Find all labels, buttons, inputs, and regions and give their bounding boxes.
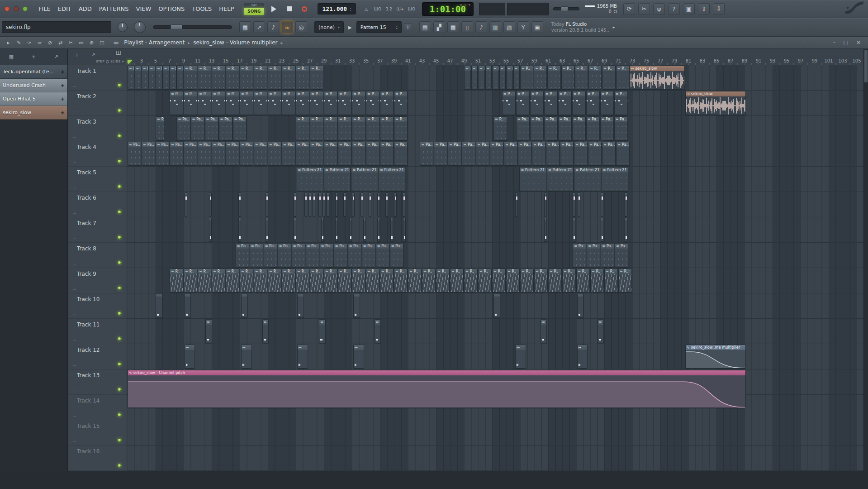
- track-led[interactable]: [118, 464, 121, 467]
- pattern-clip[interactable]: ≡ P..: [226, 66, 239, 90]
- pattern-clip[interactable]: ≡ Pa..: [268, 142, 281, 166]
- pattern-clip[interactable]: ≡ P..: [282, 66, 295, 90]
- pattern-clip[interactable]: [363, 218, 366, 242]
- piano-roll-icon[interactable]: ▯: [461, 21, 473, 33]
- pattern-clip[interactable]: [266, 192, 268, 216]
- pattern-clip[interactable]: ≡ Pa..: [573, 243, 586, 267]
- import-icon[interactable]: ⇩: [713, 3, 725, 15]
- pattern-clip[interactable]: ≡ P..: [604, 268, 618, 292]
- pattern-clip[interactable]: ↦: [515, 345, 526, 369]
- track-menu-dots[interactable]: ⋯: [72, 312, 77, 317]
- tempo-spinner[interactable]: ▴▾: [350, 7, 351, 11]
- picker-item[interactable]: Teck-openhihat (te...+: [0, 65, 67, 79]
- plugin-picker-icon[interactable]: ◎: [295, 21, 307, 33]
- pattern-clip[interactable]: [308, 192, 311, 216]
- automation-clip[interactable]: ∿ sekiro_slow..me multiplier: [685, 345, 746, 369]
- pattern-clip[interactable]: ≡ Pa..: [600, 116, 614, 140]
- pattern-clip[interactable]: ≡ Pa..: [320, 243, 333, 267]
- loop-recording-toggle[interactable]: ШО: [407, 4, 417, 14]
- wait-input-toggle[interactable]: ШО: [373, 4, 383, 14]
- pattern-clip[interactable]: ≡ Pa..: [362, 243, 375, 267]
- cut-icon[interactable]: ✂: [638, 3, 650, 15]
- pattern-clip[interactable]: [625, 218, 627, 242]
- pattern-clip[interactable]: [578, 192, 580, 216]
- pattern-clip[interactable]: ≡ P..: [586, 91, 600, 115]
- pattern-clip[interactable]: ≡: [541, 319, 547, 343]
- breadcrumb-playlist[interactable]: Playlist - Arrangement: [124, 39, 185, 46]
- pattern-clip[interactable]: ≡ Pa..: [142, 66, 148, 90]
- pattern-clip[interactable]: ≡ Pa..: [380, 142, 394, 166]
- pattern-clip[interactable]: ≡ Pa..: [376, 243, 389, 267]
- pattern-clip[interactable]: ↦: [185, 345, 195, 369]
- pattern-clip[interactable]: ≡ P..: [170, 91, 183, 115]
- pattern-clip[interactable]: ≡ P..: [212, 66, 225, 90]
- track-name[interactable]: Track 3: [77, 119, 96, 125]
- add-pattern-button[interactable]: +: [404, 23, 412, 31]
- pattern-clip[interactable]: ≡ P..: [268, 66, 281, 90]
- pattern-clip[interactable]: ≡ P..: [380, 91, 394, 115]
- track-menu-dots[interactable]: ⋯: [72, 388, 77, 393]
- delete-tool[interactable]: ▱: [35, 38, 44, 48]
- pattern-clip[interactable]: ≡ P..: [352, 91, 365, 115]
- pattern-clip[interactable]: [360, 192, 363, 216]
- maximize-circle[interactable]: [23, 6, 28, 11]
- pattern-clip[interactable]: ≡ P..: [352, 268, 365, 292]
- pattern-clip[interactable]: [349, 218, 352, 242]
- tempo-display[interactable]: 121.000 ▴▾: [318, 3, 356, 14]
- export-icon[interactable]: ⇧: [698, 3, 710, 15]
- track-name[interactable]: Track 5: [77, 169, 96, 176]
- track-led[interactable]: [118, 83, 121, 87]
- pattern-clip[interactable]: ≡ Pa..: [348, 243, 361, 267]
- link-icon[interactable]: ↗: [89, 51, 98, 59]
- pat-mode-button[interactable]: PAT: [244, 3, 264, 8]
- typing-to-piano-icon[interactable]: ↗: [253, 21, 265, 33]
- track-header[interactable]: Track 8⋯: [68, 243, 126, 268]
- pattern-clip[interactable]: ≡ P..: [226, 268, 239, 292]
- pattern-clip[interactable]: ≡ Pa..: [352, 142, 365, 166]
- pattern-clip[interactable]: [544, 218, 547, 242]
- pattern-clip[interactable]: ≡ Pa..: [233, 116, 247, 140]
- audio-clip[interactable]: ↦ sekiro_slow: [630, 66, 685, 90]
- track-menu-dots[interactable]: ⋯: [72, 236, 77, 241]
- blend-recording-toggle[interactable]: Ш+: [395, 4, 405, 14]
- track-header[interactable]: Track 1⋯: [68, 65, 126, 91]
- pattern-clip[interactable]: [318, 192, 321, 216]
- pattern-clip[interactable]: ≡ P..: [544, 91, 558, 115]
- pattern-clip[interactable]: ≡ P..: [380, 268, 394, 292]
- pattern-clip[interactable]: ≡ P..: [240, 91, 253, 115]
- pattern-clip[interactable]: ≡ Pa..: [205, 116, 218, 140]
- pattern-clip[interactable]: [241, 294, 248, 318]
- pattern-clip[interactable]: ↦: [353, 345, 364, 369]
- pattern-clip[interactable]: ≡ P..: [478, 268, 492, 292]
- step-toggle-icon[interactable]: [106, 60, 109, 63]
- track-led[interactable]: [118, 134, 121, 138]
- pattern-spinner[interactable]: ▴▾: [396, 25, 398, 29]
- timeline-ruler[interactable]: 3579111315171921232527293133353739414345…: [126, 49, 868, 65]
- pattern-clip[interactable]: ↦: [577, 345, 588, 369]
- pattern-clip[interactable]: ≡ P..: [310, 91, 323, 115]
- plugin-icon[interactable]: Υ: [517, 21, 529, 33]
- pattern-clip[interactable]: ≡ P..: [506, 268, 520, 292]
- picker-item[interactable]: Underused Crash+: [0, 79, 67, 92]
- pattern-clip[interactable]: [304, 192, 307, 216]
- pattern-clip[interactable]: [377, 218, 380, 242]
- pattern-clip[interactable]: ≡ Pattern 21: [351, 167, 378, 191]
- pattern-clip[interactable]: [321, 218, 324, 242]
- song-mode-button[interactable]: SONG: [244, 8, 264, 15]
- pattern-clip[interactable]: ≡ P..: [198, 268, 211, 292]
- menu-item-options[interactable]: OPTIONS: [155, 4, 188, 14]
- track-name[interactable]: Track 6: [77, 195, 96, 201]
- pattern-clip[interactable]: ≡ Pattern 21: [297, 167, 323, 191]
- shuffle-slider-thumb[interactable]: [171, 24, 182, 30]
- shuffle-slider[interactable]: [153, 25, 232, 29]
- select-tool[interactable]: ▭: [76, 38, 86, 48]
- pattern-clip[interactable]: ≡ Pa..: [250, 243, 263, 267]
- track-header[interactable]: Track 12⋯: [68, 344, 126, 369]
- pattern-clip[interactable]: ≡ Pa..: [163, 66, 170, 90]
- pattern-clip[interactable]: ≡ P..: [170, 268, 183, 292]
- track-header[interactable]: Track 10⋯: [68, 293, 126, 319]
- pattern-clip[interactable]: ≡ P..: [198, 91, 211, 115]
- pattern-clip[interactable]: ≡ P..: [338, 116, 351, 140]
- minimize-button[interactable]: –: [833, 39, 836, 46]
- pattern-clip[interactable]: [294, 218, 296, 242]
